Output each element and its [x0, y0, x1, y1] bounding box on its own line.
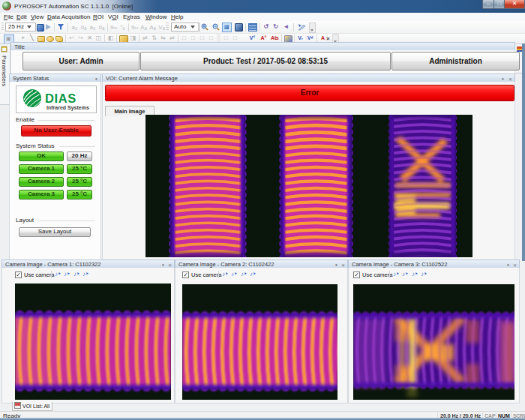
- svg-text:DIAS: DIAS: [45, 92, 76, 105]
- svg-text:Infrared Systems: Infrared Systems: [46, 105, 89, 111]
